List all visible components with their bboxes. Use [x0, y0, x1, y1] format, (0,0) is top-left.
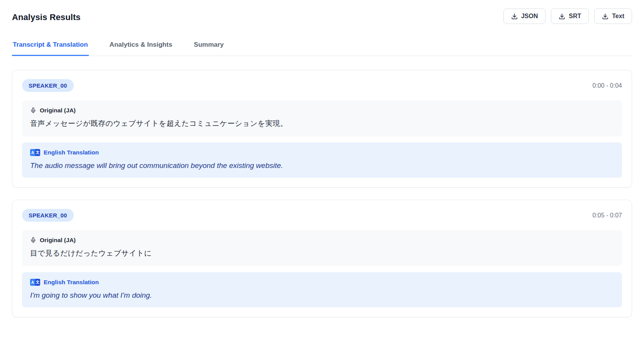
segment-time-range: 0:00 - 0:04 — [593, 82, 622, 89]
translate-icon: A 文 — [30, 279, 40, 286]
original-label: Original (JA) — [40, 237, 76, 244]
original-text: 音声メッセージが既存のウェブサイトを超えたコミュニケーションを実現。 — [30, 119, 614, 129]
analysis-results-page: Analysis Results JSON SRT Text — [0, 0, 644, 317]
translation-label-row: A 文 English Translation — [30, 149, 614, 156]
export-srt-button[interactable]: SRT — [551, 8, 589, 24]
translate-icon-right-glyph: 文 — [35, 149, 40, 156]
microphone-icon — [30, 107, 36, 114]
export-json-button[interactable]: JSON — [503, 8, 546, 24]
translate-icon-left-glyph: A — [30, 279, 35, 286]
export-text-button[interactable]: Text — [594, 8, 632, 24]
header: Analysis Results JSON SRT Text — [12, 8, 632, 24]
export-json-label: JSON — [521, 13, 538, 20]
original-text: 目で見るだけだったウェブサイトに — [30, 248, 614, 258]
speaker-badge: SPEAKER_00 — [22, 79, 74, 92]
translation-text: The audio message will bring out communi… — [30, 161, 614, 170]
translate-icon-left-glyph: A — [30, 149, 35, 156]
transcript-segment-list: SPEAKER_00 0:00 - 0:04 Original (JA) 音声メ… — [12, 70, 632, 317]
download-icon — [602, 13, 608, 20]
translate-icon-right-glyph: 文 — [35, 279, 40, 286]
translation-label: English Translation — [44, 279, 99, 286]
segment-header: SPEAKER_00 0:05 - 0:07 — [22, 209, 622, 222]
translation-label: English Translation — [44, 149, 99, 156]
export-text-label: Text — [612, 13, 624, 20]
page-title: Analysis Results — [12, 8, 81, 22]
original-label: Original (JA) — [40, 107, 76, 114]
tab-transcript-translation[interactable]: Transcript & Translation — [12, 37, 89, 56]
tab-summary[interactable]: Summary — [193, 37, 224, 56]
transcript-segment-card: SPEAKER_00 0:00 - 0:04 Original (JA) 音声メ… — [12, 70, 632, 188]
original-label-row: Original (JA) — [30, 237, 614, 244]
translate-icon: A 文 — [30, 149, 40, 156]
speaker-badge: SPEAKER_00 — [22, 209, 74, 222]
original-transcript-box: Original (JA) 目で見るだけだったウェブサイトに — [22, 230, 622, 266]
segment-time-range: 0:05 - 0:07 — [593, 212, 622, 219]
download-icon — [559, 13, 565, 20]
transcript-segment-card: SPEAKER_00 0:05 - 0:07 Original (JA) 目で見… — [12, 200, 632, 317]
original-label-row: Original (JA) — [30, 107, 614, 114]
original-transcript-box: Original (JA) 音声メッセージが既存のウェブサイトを超えたコミュニケ… — [22, 100, 622, 136]
export-button-group: JSON SRT Text — [503, 8, 632, 24]
translation-text: I'm going to show you what I'm doing. — [30, 291, 614, 300]
download-icon — [511, 13, 518, 20]
english-translation-box: A 文 English Translation I'm going to sho… — [22, 272, 622, 307]
export-srt-label: SRT — [569, 13, 581, 20]
tab-analytics-insights[interactable]: Analytics & Insights — [109, 37, 173, 56]
translation-label-row: A 文 English Translation — [30, 279, 614, 286]
english-translation-box: A 文 English Translation The audio messag… — [22, 142, 622, 178]
tab-bar: Transcript & Translation Analytics & Ins… — [12, 37, 632, 56]
microphone-icon — [30, 237, 36, 243]
segment-header: SPEAKER_00 0:00 - 0:04 — [22, 79, 622, 92]
